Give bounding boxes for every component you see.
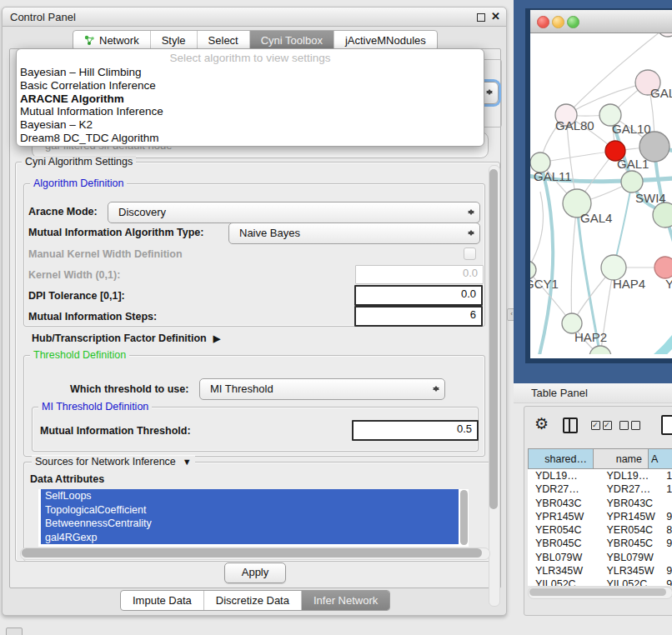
list-item[interactable]: TopologicalCoefficient xyxy=(41,503,459,518)
node-label: HAP4 xyxy=(613,277,645,291)
node-label: GAL10 xyxy=(612,122,651,136)
table-cell: YLR345W xyxy=(600,564,662,578)
cyni-algorithm-settings-title: Cyni Algorithm Settings xyxy=(22,156,136,168)
column-layout-icon[interactable] xyxy=(563,418,578,433)
table-settings-gear-icon[interactable]: ⚙ xyxy=(534,414,549,433)
settings-horizontal-scrollbar[interactable] xyxy=(20,548,490,560)
algorithm-definition-title: Algorithm Definition xyxy=(30,178,127,189)
table-cell: YDL19… xyxy=(600,469,662,482)
table-cell: YIL052C xyxy=(600,578,662,586)
dock-panel-icon[interactable] xyxy=(6,628,23,635)
dropdown-item[interactable]: Mutual Information Inference xyxy=(17,105,484,118)
settings-vertical-scrollbar[interactable] xyxy=(489,165,500,607)
table-row[interactable]: YDR27…YDR27…12 xyxy=(528,482,672,496)
sources-expander[interactable]: Sources for Network Inference▼ xyxy=(32,456,195,468)
network-view-window: GAL GAL80 GAL10 GAL1 GAL11 SWI4 GAL4 GCY… xyxy=(525,8,672,363)
table-panel: Table Panel ⚙ ✓✓ shared… name A YDL19…YD… xyxy=(514,383,672,635)
mi-algorithm-type-combo[interactable]: Naive Bayes xyxy=(228,222,480,244)
tab-jactivemnodules[interactable]: jActiveMNodules xyxy=(334,31,437,50)
table-cell: 8. xyxy=(661,523,672,537)
list-item[interactable]: gal4RGexp xyxy=(41,531,459,545)
dropdown-item[interactable]: Basic Correlation Inference xyxy=(17,79,484,92)
table-body: YDL19…YDL19…13YDR27…YDR27…12YBR043CYBR04… xyxy=(528,469,672,586)
column-header[interactable]: A xyxy=(648,448,672,469)
which-threshold-combo[interactable]: MI Threshold xyxy=(199,378,445,400)
tab-infer-network[interactable]: Infer Network xyxy=(302,591,389,610)
table-row[interactable]: YER054CYER054C8. xyxy=(528,523,672,537)
list-scrollbar[interactable] xyxy=(460,490,468,545)
network-desktop: GAL GAL80 GAL10 GAL1 GAL11 SWI4 GAL4 GCY… xyxy=(514,0,672,383)
apply-button[interactable]: Apply xyxy=(224,562,286,583)
tab-discretize-data[interactable]: Discretize Data xyxy=(204,591,302,610)
network-window-titlebar xyxy=(530,10,672,33)
list-item[interactable]: BetweennessCentrality xyxy=(41,517,459,531)
dropdown-item-selected[interactable]: ARACNE Algorithm xyxy=(17,92,484,106)
column-header[interactable]: name xyxy=(593,448,648,469)
kernel-width-field[interactable]: 0.0 xyxy=(355,265,484,284)
mi-steps-field[interactable]: 6 xyxy=(354,306,483,327)
dpi-tolerance-field[interactable]: 0.0 xyxy=(354,285,483,306)
table-panel-box: ⚙ ✓✓ shared… name A YDL19…YDL19…13YDR27…… xyxy=(524,406,672,616)
list-item[interactable]: SelfLoops xyxy=(41,489,459,503)
node-label: GAL11 xyxy=(534,169,572,183)
table-row[interactable]: YBR043CYBR043C xyxy=(528,497,672,510)
table-cell: YBL079W xyxy=(528,551,600,564)
deselect-all-icon[interactable] xyxy=(619,421,640,430)
node-label: GAL4 xyxy=(580,211,612,225)
tab-select[interactable]: Select xyxy=(198,31,250,50)
table-toolbar: ⚙ ✓✓ xyxy=(524,407,672,447)
dropdown-item[interactable]: Bayesian – Hill Climbing xyxy=(17,66,484,79)
minimize-window-icon[interactable] xyxy=(552,16,564,28)
table-horizontal-scrollbar[interactable] xyxy=(528,587,672,599)
tab-impute-data[interactable]: Impute Data xyxy=(121,591,204,610)
table-row[interactable]: YLR345WYLR345W9. xyxy=(528,564,672,578)
aracne-mode-label: Aracne Mode: xyxy=(28,206,98,218)
manual-kernel-checkbox[interactable] xyxy=(464,248,476,260)
close-window-icon[interactable] xyxy=(537,16,549,28)
table-row[interactable]: YPR145WYPR145W9. xyxy=(528,510,672,523)
column-header[interactable]: shared… xyxy=(528,448,593,469)
dropdown-item[interactable]: Dream8 DC_TDC Algorithm xyxy=(17,132,484,145)
control-panel-window: Control Panel ✕ Network Style Select Cyn… xyxy=(2,7,507,616)
mi-type-label: Mutual Information Algorithm Type: xyxy=(28,227,203,238)
select-all-icon[interactable]: ✓✓ xyxy=(591,421,612,430)
tab-cyni-toolbox[interactable]: Cyni Toolbox xyxy=(250,31,334,50)
table-row[interactable]: YIL052CYIL052C9 xyxy=(528,578,672,586)
kernel-width-label: Kernel Width (0,1): xyxy=(28,269,120,281)
node-label: GAL xyxy=(650,86,672,100)
table-row[interactable]: YBL079WYBL079W xyxy=(528,551,672,564)
dropdown-prompt: Select algorithm to view settings xyxy=(17,49,484,66)
mi-threshold-field[interactable]: 0.5 xyxy=(352,420,479,441)
table-cell: YER054C xyxy=(600,523,662,537)
zoom-window-icon[interactable] xyxy=(567,16,579,28)
table-panel-titlebar: Table Panel xyxy=(514,383,672,403)
data-attributes-list: SelfLoops TopologicalCoefficient Between… xyxy=(38,489,469,547)
table-row[interactable]: YBR045CYBR045C9. xyxy=(528,537,672,550)
expander-collapsed-icon: ▶ xyxy=(213,333,220,343)
aracne-mode-combo[interactable]: Discovery xyxy=(108,202,480,223)
algorithm-dropdown-list: Select algorithm to view settings Bayesi… xyxy=(16,48,484,147)
network-canvas[interactable]: GAL GAL80 GAL10 GAL1 GAL11 SWI4 GAL4 GCY… xyxy=(530,33,672,354)
float-window-icon[interactable] xyxy=(477,13,485,22)
table-cell: YPR145W xyxy=(600,510,662,523)
dropdown-item[interactable]: Bayesian – K2 xyxy=(17,118,484,132)
table-cell: YDR27… xyxy=(600,482,662,496)
new-table-icon[interactable] xyxy=(661,415,672,435)
table-header: shared… name A xyxy=(528,448,672,469)
mi-steps-label: Mutual Information Steps: xyxy=(28,311,157,322)
table-cell: YLR345W xyxy=(528,564,600,578)
combo-stepper-icon xyxy=(468,205,475,219)
table-panel-title: Table Panel xyxy=(531,387,588,399)
table-cell: 13 xyxy=(661,469,672,482)
table-cell: YBR043C xyxy=(528,497,600,510)
table-cell: 9 xyxy=(661,578,672,586)
table-cell: YBL079W xyxy=(600,551,662,564)
hub-expander[interactable]: Hub/Transcription Factor Definition▶ xyxy=(32,332,220,344)
table-cell: YDL19… xyxy=(528,469,600,482)
tab-style[interactable]: Style xyxy=(151,31,198,50)
table-cell: YBR045C xyxy=(600,537,662,550)
close-panel-icon[interactable]: ✕ xyxy=(491,10,500,22)
table-row[interactable]: YDL19…YDL19…13 xyxy=(528,469,672,482)
tab-network[interactable]: Network xyxy=(73,31,151,50)
cyni-mode-tab-bar: Impute Data Discretize Data Infer Networ… xyxy=(120,590,390,611)
